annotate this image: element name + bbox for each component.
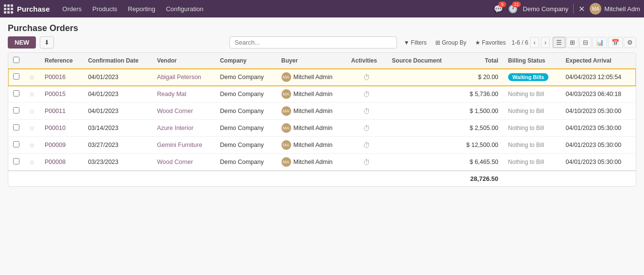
row-activities[interactable]: ⏱: [347, 86, 387, 103]
nothing-to-bill-badge: Nothing to Bill: [508, 108, 544, 114]
row-total: $ 1,500.00: [455, 103, 503, 120]
download-button[interactable]: ⬇: [40, 36, 54, 49]
buyer-name: Mitchell Admin: [294, 91, 333, 97]
settings-view-button[interactable]: ⚙: [624, 37, 636, 48]
search-input[interactable]: [230, 36, 397, 49]
menu-configuration[interactable]: Configuration: [161, 3, 208, 15]
row-vendor[interactable]: Wood Corner: [152, 154, 215, 171]
row-checkbox[interactable]: [13, 141, 19, 147]
row-activities[interactable]: ⏱: [347, 154, 387, 171]
favorites-button[interactable]: ★ Favorites: [472, 38, 509, 48]
list-view-button[interactable]: ☰: [553, 37, 565, 48]
row-source: [387, 86, 456, 103]
row-reference[interactable]: P00008: [40, 154, 83, 171]
row-reference[interactable]: P00016: [40, 69, 83, 86]
row-reference[interactable]: P00009: [40, 137, 83, 154]
row-checkbox[interactable]: [13, 107, 19, 113]
th-confirmation-date[interactable]: Confirmation Date: [83, 53, 152, 69]
row-vendor[interactable]: Wood Corner: [152, 103, 215, 120]
table-row: ☆ P00011 04/01/2023 Wood Corner Demo Com…: [8, 103, 636, 120]
company-name[interactable]: Demo Company: [523, 5, 568, 13]
group-by-button[interactable]: ⊞ Group By: [432, 38, 469, 48]
row-date: 04/01/2023: [83, 69, 152, 86]
row-star[interactable]: ☆: [24, 103, 40, 120]
row-total: $ 12,500.00: [455, 137, 503, 154]
row-billing-status: Waiting Bills: [503, 69, 561, 86]
row-checkbox-cell[interactable]: [8, 69, 24, 86]
th-buyer[interactable]: Buyer: [277, 53, 347, 69]
row-source: [387, 120, 456, 137]
user-name: Mitchell Adm: [604, 5, 640, 13]
settings-icon[interactable]: ✕: [578, 4, 585, 14]
select-all-checkbox-cell[interactable]: [8, 53, 24, 69]
filter-icon: ▼: [404, 39, 410, 46]
table-body: ☆ P00016 04/01/2023 Abigail Peterson Dem…: [8, 69, 636, 171]
messages-button[interactable]: 💬 5: [494, 4, 503, 14]
th-total[interactable]: Total: [455, 53, 503, 69]
topnav-right: 💬 5 🕐 21 Demo Company ✕ MA Mitchell Adm: [494, 3, 640, 15]
row-billing-status: Nothing to Bill: [503, 154, 561, 171]
row-activities[interactable]: ⏱: [347, 103, 387, 120]
row-checkbox-cell[interactable]: [8, 103, 24, 120]
row-company: Demo Company: [215, 137, 276, 154]
row-vendor[interactable]: Azure Interior: [152, 120, 215, 137]
new-button[interactable]: NEW: [8, 36, 36, 49]
select-all-checkbox[interactable]: [13, 57, 19, 63]
row-vendor[interactable]: Ready Mat: [152, 86, 215, 103]
th-billing-status[interactable]: Billing Status: [503, 53, 561, 69]
th-star: [24, 53, 40, 69]
row-reference[interactable]: P00010: [40, 120, 83, 137]
th-company[interactable]: Company: [215, 53, 276, 69]
top-navigation: Purchase Orders Products Reporting Confi…: [0, 0, 644, 17]
row-star[interactable]: ☆: [24, 137, 40, 154]
row-buyer: MA Mitchell Admin: [277, 69, 347, 86]
page-content: Purchase Orders NEW ⬇ ▼ Filters ⊞ Group …: [0, 17, 644, 193]
row-date: 04/01/2023: [83, 103, 152, 120]
th-vendor[interactable]: Vendor: [152, 53, 215, 69]
row-checkbox-cell[interactable]: [8, 86, 24, 103]
row-activities[interactable]: ⏱: [347, 69, 387, 86]
grid-view-button[interactable]: ⊟: [579, 37, 592, 48]
prev-page-button[interactable]: ‹: [530, 37, 539, 48]
apps-grid-icon[interactable]: [4, 4, 13, 14]
th-activities[interactable]: Activities: [347, 53, 387, 69]
row-star[interactable]: ☆: [24, 154, 40, 171]
table-row: ☆ P00015 04/01/2023 Ready Mat Demo Compa…: [8, 86, 636, 103]
menu-orders[interactable]: Orders: [58, 3, 87, 15]
row-vendor[interactable]: Abigail Peterson: [152, 69, 215, 86]
row-reference[interactable]: P00015: [40, 86, 83, 103]
th-source-document[interactable]: Source Document: [387, 53, 456, 69]
row-checkbox[interactable]: [13, 158, 19, 164]
filters-button[interactable]: ▼ Filters: [401, 38, 430, 48]
next-page-button[interactable]: ›: [541, 37, 550, 48]
row-activities[interactable]: ⏱: [347, 137, 387, 154]
nothing-to-bill-badge: Nothing to Bill: [508, 142, 544, 148]
row-reference[interactable]: P00011: [40, 103, 83, 120]
row-date: 03/14/2023: [83, 120, 152, 137]
menu-products[interactable]: Products: [87, 3, 122, 15]
nothing-to-bill-badge: Nothing to Bill: [508, 159, 544, 165]
row-checkbox[interactable]: [13, 90, 19, 97]
calendar-view-button[interactable]: 📅: [608, 37, 623, 48]
row-checkbox[interactable]: [13, 124, 19, 130]
menu-reporting[interactable]: Reporting: [123, 3, 160, 15]
th-expected-arrival[interactable]: Expected Arrival: [561, 53, 636, 69]
row-checkbox-cell[interactable]: [8, 154, 24, 171]
row-vendor[interactable]: Gemini Furniture: [152, 137, 215, 154]
user-menu[interactable]: MA Mitchell Adm: [590, 3, 640, 15]
row-checkbox-cell[interactable]: [8, 137, 24, 154]
row-checkbox[interactable]: [13, 73, 19, 80]
row-star[interactable]: ☆: [24, 120, 40, 137]
row-star[interactable]: ☆: [24, 69, 40, 86]
app-brand[interactable]: Purchase: [17, 5, 50, 13]
row-star[interactable]: ☆: [24, 86, 40, 103]
row-billing-status: Nothing to Bill: [503, 137, 561, 154]
th-reference[interactable]: Reference: [40, 53, 83, 69]
row-checkbox-cell[interactable]: [8, 120, 24, 137]
kanban-view-button[interactable]: ⊞: [566, 37, 578, 48]
clock-button[interactable]: 🕐 21: [508, 4, 518, 14]
row-expected: 04/10/2023 05:30:00: [561, 103, 636, 120]
row-expected: 04/03/2023 06:40:18: [561, 86, 636, 103]
chart-view-button[interactable]: 📊: [593, 37, 607, 48]
row-activities[interactable]: ⏱: [347, 120, 387, 137]
